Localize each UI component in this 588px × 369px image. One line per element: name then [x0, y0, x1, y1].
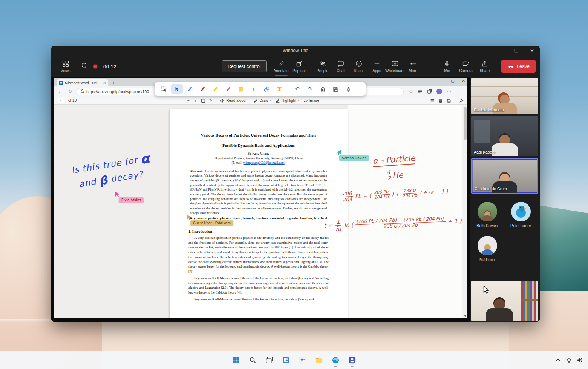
read-aloud-button[interactable]: Read aloud	[220, 98, 245, 103]
delete-icon[interactable]	[317, 84, 329, 94]
scrollbar-thumb[interactable]	[464, 107, 467, 140]
share-icon	[481, 60, 488, 68]
search-icon[interactable]	[245, 353, 260, 367]
apps-label: Apps	[372, 69, 381, 73]
favorites-bar-icon[interactable]	[418, 89, 423, 94]
favorite-star-icon[interactable]: ☆	[409, 89, 413, 94]
task-view-icon[interactable]	[262, 353, 276, 367]
file-explorer-icon[interactable]	[312, 353, 326, 367]
self-view-video-tile[interactable]	[471, 281, 538, 321]
whiteboard-button[interactable]: Whiteboard	[386, 60, 404, 73]
pop-out-button[interactable]: Pop out	[290, 60, 308, 73]
sticky-note-tool-icon[interactable]	[235, 84, 247, 94]
show-hidden-icons-chevron[interactable]	[555, 357, 561, 363]
window-titlebar[interactable]: Window Title	[51, 46, 540, 55]
zoom-out-icon[interactable]: −	[187, 98, 190, 103]
browser-maximize-icon[interactable]: ▢	[451, 79, 454, 83]
select-tool-icon[interactable]	[158, 84, 170, 94]
browser-close-icon[interactable]: ✕	[462, 79, 465, 83]
email-link[interactable]: yifangchang1030@hotmail.com	[243, 161, 285, 165]
draw-button[interactable]: Draw ∨	[254, 98, 272, 103]
shapes-tool-icon[interactable]	[261, 84, 273, 94]
react-label: React	[354, 69, 364, 73]
draw-label: Draw	[260, 98, 268, 103]
draw-pen-icon	[254, 98, 258, 103]
mouse-cursor-icon	[483, 286, 489, 294]
award-tool-icon[interactable]	[274, 84, 285, 94]
fit-page-icon[interactable]	[201, 98, 205, 103]
tab-close-icon[interactable]: ✕	[103, 81, 106, 85]
shield-icon	[81, 62, 87, 71]
react-button[interactable]: React	[350, 60, 368, 73]
screen-share-stage: Microsoft Word - UniDecay1.doc ✕ ＋ — ▢ ✕…	[51, 77, 470, 322]
browser-window-controls: — ▢ ✕	[439, 79, 465, 83]
annotation-toolbar: T ↶ ↷	[155, 82, 366, 96]
chat-taskbar-icon[interactable]	[295, 353, 309, 367]
red-pen-tool-icon[interactable]	[197, 84, 208, 94]
browser-minimize-icon[interactable]: —	[439, 79, 443, 83]
contents-icon[interactable]	[430, 98, 435, 103]
save-icon[interactable]	[447, 98, 451, 103]
settings-menu-icon[interactable]: ⋯	[447, 89, 451, 94]
collections-icon[interactable]	[427, 89, 432, 94]
browser-tab[interactable]: Microsoft Word - UniDecay1.doc ✕	[57, 79, 108, 86]
undo-icon[interactable]: ↶	[291, 84, 303, 94]
pointer-tool-icon[interactable]	[171, 84, 183, 94]
page-number-input[interactable]: 1	[58, 98, 64, 103]
highlight-button[interactable]: Highlight ∨	[276, 98, 300, 103]
rotate-icon[interactable]: ↻	[209, 98, 212, 103]
redo-icon[interactable]: ↷	[304, 84, 316, 94]
participant-name: Daniela Mandera	[474, 108, 504, 112]
volume-icon[interactable]	[577, 357, 583, 363]
text-tool-icon[interactable]: T	[248, 84, 260, 94]
scroll-down-arrow-icon[interactable]: ▼	[462, 314, 467, 318]
annotation-settings-gear-icon[interactable]	[343, 84, 354, 94]
highlighter-tool-icon[interactable]	[210, 84, 221, 94]
new-tab-button[interactable]: ＋	[111, 79, 116, 86]
pink-pen-tool-icon[interactable]	[222, 84, 234, 94]
bookshelf-background	[521, 281, 538, 321]
meeting-toolbar-right: Mic Camera Share Leave	[438, 55, 536, 77]
camera-button[interactable]: Camera	[457, 60, 475, 73]
audio-tile-beth[interactable]: Beth Davies	[470, 202, 504, 228]
pdf-viewer[interactable]: Various Decays of Particles, Universal D…	[54, 105, 467, 318]
back-icon[interactable]: ←	[57, 89, 64, 94]
save-annotations-icon[interactable]	[330, 84, 341, 94]
taskbar-center-icons	[229, 353, 359, 367]
print-icon[interactable]	[438, 98, 443, 103]
audio-tile-pete[interactable]: Pete Turner	[504, 202, 537, 228]
video-tile-daniela[interactable]: Daniela Mandera	[471, 78, 538, 114]
apps-button[interactable]: Apps	[368, 60, 386, 73]
wifi-icon[interactable]	[566, 357, 572, 363]
pop-out-label: Pop out	[292, 69, 305, 73]
more-button[interactable]: More	[404, 60, 422, 73]
chat-icon	[337, 60, 345, 68]
close-icon[interactable]	[524, 46, 540, 55]
read-aloud-label: Read aloud	[226, 98, 245, 103]
views-button[interactable]: Views	[57, 60, 75, 73]
pdf-scrollbar[interactable]: ▼	[462, 105, 467, 318]
erase-button[interactable]: Erase	[303, 98, 319, 103]
mic-button[interactable]: Mic	[438, 60, 456, 73]
avatar	[511, 202, 531, 221]
audio-tile-mj[interactable]: MJ Price	[470, 236, 504, 262]
pin-toolbar-icon[interactable]	[459, 98, 464, 103]
request-control-button[interactable]: Request control	[222, 60, 267, 72]
share-button[interactable]: Share	[476, 60, 494, 73]
annotate-button[interactable]: Annotate	[272, 60, 290, 73]
profile-avatar[interactable]	[436, 89, 442, 94]
teams-taskbar-icon[interactable]	[345, 353, 359, 367]
video-tile-aadi[interactable]: Aadi Kapoor	[471, 116, 538, 156]
zoom-in-icon[interactable]: ＋	[193, 98, 197, 103]
pen-tool-icon[interactable]	[184, 84, 196, 94]
widgets-icon[interactable]	[279, 353, 293, 367]
leave-button[interactable]: Leave	[501, 60, 536, 73]
start-button[interactable]	[229, 353, 243, 367]
edge-browser-icon[interactable]	[328, 353, 343, 367]
minimize-icon[interactable]	[492, 46, 508, 55]
refresh-icon[interactable]: ↻	[67, 89, 74, 94]
chat-button[interactable]: Chat	[332, 60, 350, 73]
maximize-icon[interactable]	[508, 46, 524, 55]
people-button[interactable]: People	[314, 60, 332, 73]
video-tile-charlotte-active-speaker[interactable]: Charlotte de Crum	[471, 158, 538, 194]
